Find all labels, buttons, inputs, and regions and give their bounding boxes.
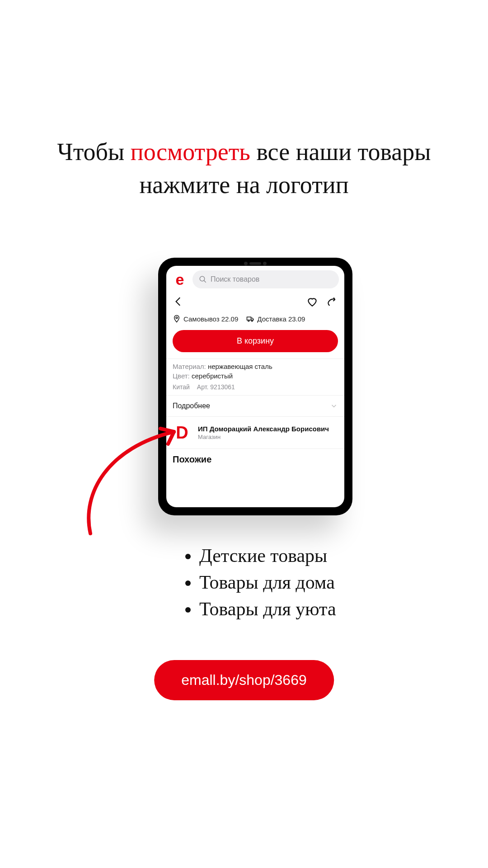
more-label: Подробнее xyxy=(173,402,210,410)
material-value: нержавеющая сталь xyxy=(208,363,272,370)
chevron-down-icon xyxy=(330,402,338,410)
search-icon xyxy=(199,275,207,283)
shop-url-button[interactable]: emall.by/shop/3669 xyxy=(154,660,334,700)
more-row[interactable]: Подробнее xyxy=(166,395,344,416)
svg-point-2 xyxy=(176,317,178,319)
nav-row xyxy=(166,292,344,310)
color-value: серебристый xyxy=(192,372,233,380)
store-logo-icon[interactable]: D xyxy=(173,423,192,442)
list-item: Товары для дома xyxy=(199,569,336,596)
tablet-notch xyxy=(239,261,271,266)
app-logo-icon[interactable]: e xyxy=(172,271,188,288)
headline-part1: Чтобы xyxy=(57,138,131,165)
add-to-cart-button[interactable]: В корзину xyxy=(173,330,338,352)
svg-point-4 xyxy=(248,320,249,321)
top-bar: e Поиск товаров xyxy=(166,266,344,292)
svg-rect-3 xyxy=(247,317,251,320)
heart-icon[interactable] xyxy=(306,296,318,307)
article-number: 9213061 xyxy=(210,383,235,391)
category-list: Детские товары Товары для дома Товары дл… xyxy=(188,542,336,622)
truck-icon xyxy=(246,315,254,323)
svg-point-5 xyxy=(252,320,253,321)
store-subtitle: Магазин xyxy=(198,434,329,440)
app-screen: e Поиск товаров Самовывоз 22.09 Доставка… xyxy=(166,266,344,507)
headline-accent: посмотреть xyxy=(131,138,250,165)
list-item: Товары для уюта xyxy=(199,596,336,623)
store-name: ИП Доморацкий Александр Борисович xyxy=(198,425,329,433)
pickup-chip: Самовывоз 22.09 xyxy=(173,315,238,323)
delivery-label: Доставка 23.09 xyxy=(257,315,305,323)
svg-line-1 xyxy=(204,280,206,283)
article-label: Арт. xyxy=(197,383,209,391)
specs-block: Материал: нержавеющая сталь Цвет: серебр… xyxy=(166,359,344,395)
headline: Чтобы посмотреть все наши товары нажмите… xyxy=(0,136,488,202)
svg-point-0 xyxy=(200,276,205,281)
color-key: Цвет: xyxy=(173,372,190,380)
headline-line2: нажмите на логотип xyxy=(139,171,348,198)
search-input[interactable]: Поиск товаров xyxy=(192,270,339,288)
add-to-cart-label: В корзину xyxy=(237,336,274,345)
share-icon[interactable] xyxy=(326,296,338,307)
pin-icon xyxy=(173,315,181,323)
origin-country: Китай xyxy=(173,383,190,391)
delivery-row: Самовывоз 22.09 Доставка 23.09 xyxy=(166,310,344,328)
material-key: Материал: xyxy=(173,363,206,370)
back-icon[interactable] xyxy=(173,296,184,307)
similar-heading: Похожие xyxy=(166,448,344,465)
shop-url-label: emall.by/shop/3669 xyxy=(181,672,307,688)
tablet-frame: e Поиск товаров Самовывоз 22.09 Доставка… xyxy=(158,258,352,515)
pickup-label: Самовывоз 22.09 xyxy=(183,315,238,323)
search-placeholder: Поиск товаров xyxy=(211,275,259,283)
delivery-chip: Доставка 23.09 xyxy=(246,315,305,323)
store-row[interactable]: D ИП Доморацкий Александр Борисович Мага… xyxy=(166,416,344,448)
headline-part2: все наши товары xyxy=(250,138,431,165)
list-item: Детские товары xyxy=(199,542,336,569)
